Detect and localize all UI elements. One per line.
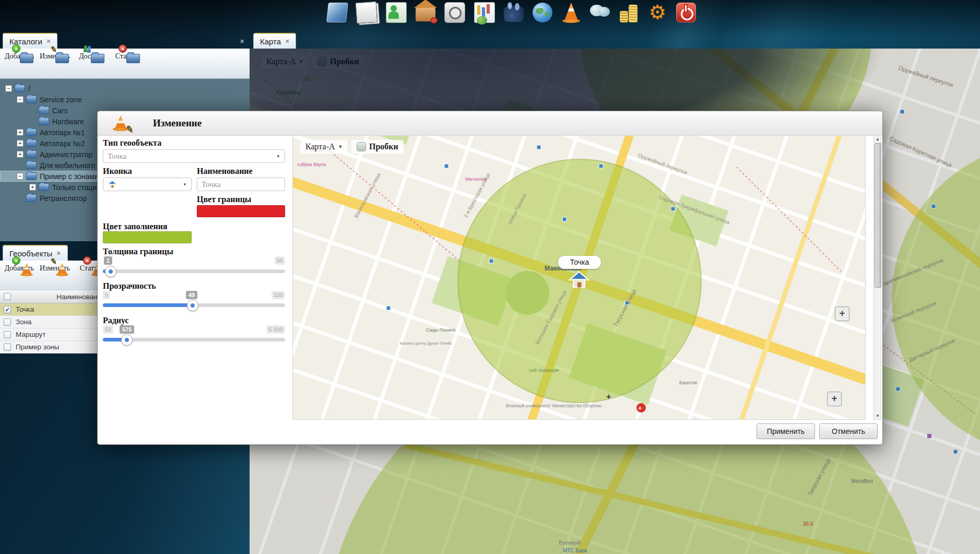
toolbar-button[interactable]: + Добавить: [4, 263, 34, 290]
opacity-slider[interactable]: [103, 303, 285, 307]
row-checkbox[interactable]: ✓: [4, 306, 11, 313]
fill-color-swatch[interactable]: [103, 231, 192, 243]
messages-icon[interactable]: [590, 3, 610, 22]
close-icon[interactable]: ×: [285, 38, 289, 45]
settings-gear-icon[interactable]: ⚙: [647, 3, 667, 22]
header-checkbox[interactable]: [4, 293, 11, 300]
folder-icon: [39, 107, 49, 114]
border-color-swatch[interactable]: [197, 205, 285, 217]
border-width-slider[interactable]: [103, 269, 285, 273]
dialog-scrollbar[interactable]: ▲ ▼: [873, 135, 881, 420]
home-service-icon[interactable]: [416, 8, 435, 21]
dialog-map-layer-button[interactable]: Карта-А ▼: [300, 140, 348, 154]
tree-item[interactable]: − Service zone: [0, 94, 250, 105]
dialog-map[interactable]: + + Маяковская Тверская улица 1-я Брестс…: [292, 135, 866, 420]
row-name: Зона: [16, 318, 32, 326]
panel-close-icon[interactable]: ×: [240, 37, 244, 45]
radius-label: Радиус: [103, 316, 129, 325]
border-width-max: 50: [275, 256, 285, 265]
zoom-in-button-2[interactable]: +: [827, 392, 842, 406]
radius-slider[interactable]: [103, 338, 285, 341]
tree-item-label: Hardware: [52, 117, 84, 126]
tree-expander-icon[interactable]: +: [29, 184, 36, 191]
tree-expander-icon[interactable]: −: [5, 85, 12, 92]
shutdown-icon[interactable]: [676, 3, 696, 22]
dialog-title: Изменение: [153, 117, 202, 129]
cancel-button[interactable]: Отменить: [819, 423, 878, 439]
plugins-icon[interactable]: [504, 6, 524, 22]
name-input[interactable]: Точка: [197, 178, 285, 191]
type-select[interactable]: Точка ▼: [103, 149, 285, 163]
tree-item-label: Администратор: [40, 150, 92, 159]
tree-item[interactable]: − /: [0, 83, 250, 94]
apply-button[interactable]: Применить: [757, 423, 815, 439]
slider-handle[interactable]: [187, 300, 198, 311]
contacts-icon[interactable]: [386, 2, 407, 23]
documents-icon[interactable]: [356, 2, 378, 24]
toolbar-button[interactable]: × Статус: [111, 51, 141, 78]
folder-icon: [39, 117, 49, 125]
cone-edit-icon: ✎: [112, 115, 130, 131]
files-icon[interactable]: [326, 3, 348, 22]
opacity-values: 0 49 100: [103, 291, 285, 300]
tree-item-label: Автопарк №2: [40, 139, 85, 148]
zoom-in-button[interactable]: +: [835, 307, 849, 321]
folder-icon: [26, 161, 37, 169]
backup-icon[interactable]: [444, 2, 465, 23]
icon-select[interactable]: ▼: [103, 178, 192, 191]
toolbar-button[interactable]: ✎ Изменить: [40, 263, 70, 290]
type-label: Тип геообъекта: [103, 138, 161, 148]
svg-text:Сады Пекина: Сады Пекина: [426, 327, 455, 333]
tree-item-label: Service zone: [40, 96, 82, 104]
opacity-max: 100: [271, 291, 285, 299]
chevron-down-icon: ▼: [338, 144, 343, 149]
scrollbar-thumb[interactable]: [875, 143, 881, 288]
folder-icon: [15, 85, 25, 92]
close-icon[interactable]: ×: [46, 38, 51, 45]
radius-value: 575: [120, 325, 134, 334]
tree-item-label: Автопарк №1: [40, 128, 85, 137]
finance-icon[interactable]: [619, 3, 639, 22]
folder-icon: [26, 194, 37, 202]
border-width-value: 1: [104, 256, 112, 265]
fill-color-label: Цвет заполнения: [103, 222, 168, 231]
tree-expander-icon[interactable]: −: [17, 173, 23, 180]
catalogs-toolbar: + Добавить ✎ Изменить: [0, 49, 250, 79]
toolbar-button[interactable]: ✎ Изменить: [40, 51, 70, 78]
radius-max: 5 000: [266, 325, 285, 334]
scroll-up-icon[interactable]: ▲: [875, 137, 880, 142]
dialog-traffic-button[interactable]: Пробки: [351, 140, 404, 154]
tree-expander-icon[interactable]: +: [17, 129, 23, 136]
border-width-label: Толщина границы: [103, 247, 173, 256]
tab-catalogs[interactable]: Каталоги ×: [3, 33, 57, 49]
opacity-label: Прозрачность: [103, 281, 156, 291]
svg-text:сад Аквариум: сад Аквариум: [529, 368, 559, 373]
tree-item-label: /: [28, 85, 30, 93]
row-checkbox[interactable]: [4, 331, 11, 338]
scroll-down-icon[interactable]: ▼: [875, 414, 880, 418]
dialog-header: ✎ Изменение: [98, 111, 882, 136]
folder-icon: [39, 183, 49, 191]
edit-dialog: ✎ Изменение Тип геообъекта Точка ▼ Иконк…: [97, 111, 883, 445]
tree-expander-icon[interactable]: +: [17, 140, 23, 147]
row-checkbox[interactable]: [4, 319, 11, 326]
tree-item-label: Пример с зонами: [40, 172, 99, 181]
tree-expander-icon[interactable]: −: [17, 96, 23, 103]
radius-values: 50 575 5 000: [103, 325, 285, 335]
slider-handle[interactable]: [121, 334, 133, 346]
svg-text:Бахетле: Бахетле: [679, 380, 697, 385]
folder-icon: [26, 150, 37, 158]
statistics-icon[interactable]: [474, 2, 495, 23]
row-checkbox[interactable]: [4, 344, 11, 351]
toolbar-button[interactable]: + Добавить: [4, 51, 34, 78]
close-icon[interactable]: ×: [56, 250, 61, 257]
internet-icon[interactable]: [533, 3, 552, 22]
roadworks-icon[interactable]: [561, 3, 581, 22]
toolbar-button[interactable]: Доступ: [75, 51, 105, 78]
slider-handle[interactable]: [105, 266, 116, 277]
house-marker-icon[interactable]: [569, 270, 589, 289]
row-name: Пример зоны: [16, 343, 60, 351]
tab-map[interactable]: Карта ×: [253, 33, 296, 49]
tree-expander-icon[interactable]: +: [17, 151, 23, 158]
tree-item-label: Ретранслятор: [40, 194, 87, 203]
